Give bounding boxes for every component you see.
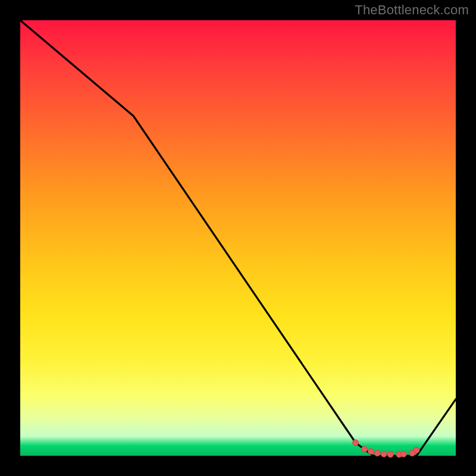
optimal-marker <box>400 451 406 457</box>
optimal-markers <box>353 440 420 458</box>
attribution-text: TheBottleneck.com <box>355 2 469 18</box>
optimal-marker <box>381 451 387 457</box>
optimal-marker <box>387 452 393 458</box>
plot-area <box>20 20 456 456</box>
optimal-marker <box>414 447 419 453</box>
curve-svg <box>20 20 456 456</box>
bottleneck-curve <box>20 20 456 456</box>
optimal-marker <box>361 446 367 452</box>
chart-frame: TheBottleneck.com <box>0 0 476 476</box>
optimal-marker <box>368 449 374 455</box>
optimal-marker <box>353 440 359 446</box>
optimal-marker <box>374 450 380 456</box>
